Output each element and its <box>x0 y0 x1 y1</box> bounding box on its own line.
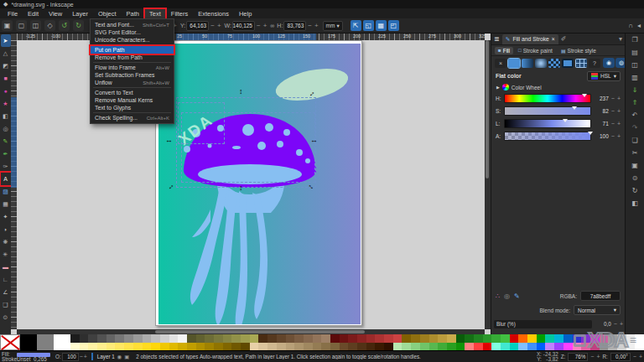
chevron-down-icon[interactable]: ▾ <box>619 35 622 43</box>
tool-measure[interactable]: ∠ <box>1 286 11 298</box>
palette-swatch[interactable] <box>258 334 267 343</box>
palette-swatch[interactable] <box>124 334 133 343</box>
palette-swatch[interactable] <box>438 334 447 343</box>
menu-item-put-on-path[interactable]: Put on Path <box>91 46 174 54</box>
menu-edit[interactable]: Edit <box>23 9 43 18</box>
y-plus-button[interactable]: + <box>216 22 222 29</box>
select-all-layers-button[interactable]: ▢ <box>16 20 27 31</box>
palette-swatch[interactable] <box>106 334 116 343</box>
layer-lock-icon[interactable]: ▣ <box>124 354 129 359</box>
palette-swatch[interactable] <box>393 343 402 351</box>
redo-button[interactable]: ↷ <box>629 123 641 132</box>
palette-swatch[interactable] <box>196 334 205 343</box>
menu-help[interactable]: Help <box>235 9 256 18</box>
menu-item-text-to-glyphs[interactable]: Text to Glyphs <box>91 104 174 111</box>
snap-collapse-icon[interactable]: ◂ <box>637 22 641 29</box>
palette-swatch[interactable] <box>294 334 304 343</box>
palette-swatch[interactable] <box>474 343 483 351</box>
palette-swatch[interactable] <box>465 334 474 343</box>
palette-swatch[interactable] <box>635 334 644 343</box>
palette-swatch[interactable] <box>133 334 143 343</box>
menu-item-text-and-font[interactable]: Text and Font... Shift+Ctrl+T <box>91 21 174 28</box>
dock-menu-icon[interactable]: ≣ <box>494 35 500 43</box>
palette-swatch[interactable] <box>393 334 402 343</box>
tool-ellipse[interactable]: ● <box>1 85 11 97</box>
tool-spiral[interactable]: ◎ <box>1 122 11 135</box>
vertical-ruler[interactable] <box>11 40 17 329</box>
palette-swatch[interactable] <box>527 334 537 343</box>
plus-button[interactable]: + <box>617 133 621 139</box>
palette-swatch[interactable] <box>151 343 160 351</box>
menu-item-check-spelling[interactable]: Check Spelling... Ctrl+Alt+K <box>91 114 174 122</box>
palette-swatch[interactable] <box>429 343 439 351</box>
palette-swatch[interactable] <box>491 334 501 343</box>
palette-swatch[interactable] <box>465 343 474 351</box>
menu-item-unicode-characters[interactable]: Unicode Characters... <box>91 36 174 44</box>
scale-handle[interactable]: ↕ <box>239 88 243 96</box>
palette-swatch[interactable] <box>411 343 420 351</box>
palette-swatch[interactable] <box>518 343 527 351</box>
palette-swatch[interactable] <box>411 334 420 343</box>
lock-ratio-icon[interactable]: ∞ <box>270 23 274 28</box>
tool-tweak[interactable]: ❋ <box>1 235 11 248</box>
palette-swatch[interactable] <box>474 334 483 343</box>
palette-swatch[interactable] <box>438 343 447 351</box>
palette-swatch[interactable] <box>241 343 250 351</box>
menu-filters[interactable]: Filters <box>167 9 192 18</box>
y-minus-button[interactable]: − <box>210 22 216 29</box>
menu-item-flow-into-frame[interactable]: Flow into Frame Alt+W <box>91 64 174 71</box>
palette-swatch[interactable] <box>554 334 564 343</box>
tool-calligraphy[interactable]: ✑ <box>1 160 11 173</box>
blur-slider[interactable]: Blur (%) <box>494 320 592 328</box>
scrollbar-thumb[interactable] <box>155 330 365 334</box>
palette-swatch[interactable] <box>196 343 205 351</box>
zoom-drawing-button[interactable]: ⊙ <box>629 173 641 183</box>
slider-track[interactable] <box>504 132 591 141</box>
minus-button[interactable]: − <box>611 108 615 114</box>
plus-button[interactable]: + <box>617 108 621 114</box>
fill-radial-gradient-button[interactable] <box>535 59 547 68</box>
menu-view[interactable]: View <box>44 9 66 18</box>
palette-swatch[interactable] <box>402 334 411 343</box>
slider-marker[interactable] <box>582 94 587 100</box>
layer-visibility-icon[interactable]: ◉ <box>117 354 122 359</box>
horizontal-ruler[interactable]: -125-10025507510012515017520022525027530… <box>17 34 485 40</box>
palette-swatch[interactable] <box>313 334 322 343</box>
palette-swatch[interactable] <box>223 334 232 343</box>
palette-swatch[interactable] <box>294 343 304 351</box>
tool-pencil[interactable]: ✎ <box>1 135 11 147</box>
palette-swatch[interactable] <box>133 343 143 351</box>
palette-swatch[interactable] <box>250 334 259 343</box>
dialog-tab-secondary[interactable]: ✐ <box>561 35 567 43</box>
palette-swatch[interactable] <box>80 334 89 343</box>
swatch-white[interactable] <box>54 334 70 350</box>
h-plus-button[interactable]: + <box>314 22 319 29</box>
palette-swatch[interactable] <box>384 343 393 351</box>
menu-item-set-subtraction-frames[interactable]: Set Subtraction Frames <box>91 71 174 79</box>
vertical-scrollbar[interactable] <box>485 40 491 329</box>
w-minus-button[interactable]: − <box>256 22 262 29</box>
units-dropdown[interactable]: mm ▾ <box>323 21 343 31</box>
palette-swatch[interactable] <box>88 334 97 343</box>
palette-swatch[interactable] <box>357 334 366 343</box>
palette-swatch[interactable] <box>205 334 214 343</box>
tool-gradient[interactable]: ▨ <box>1 185 11 198</box>
palette-swatch[interactable] <box>143 343 152 351</box>
palette-swatch[interactable] <box>169 343 179 351</box>
save-button[interactable]: ◫ <box>629 60 641 70</box>
palette-swatch[interactable] <box>527 343 537 351</box>
undo-button[interactable]: ↶ <box>629 111 641 120</box>
rotate-cw-button[interactable]: ↻ <box>73 20 84 31</box>
import-button[interactable]: ⇓ <box>629 85 641 95</box>
h-minus-button[interactable]: − <box>307 22 313 29</box>
fill-rule-evenodd-button[interactable]: ◉ <box>603 58 615 68</box>
palette-swatch[interactable] <box>375 334 384 343</box>
color-mode-dropdown[interactable]: HSL ▾ <box>587 71 621 81</box>
menu-item-svg-font-editor[interactable]: SVG Font Editor... <box>91 28 174 36</box>
palette-swatch[interactable] <box>241 334 250 343</box>
palette-swatch[interactable] <box>313 343 322 351</box>
w-plus-button[interactable]: + <box>262 22 268 29</box>
palette-swatch[interactable] <box>366 343 376 351</box>
zoom-field[interactable]: 76% <box>568 353 588 361</box>
palette-swatch[interactable] <box>80 343 89 351</box>
